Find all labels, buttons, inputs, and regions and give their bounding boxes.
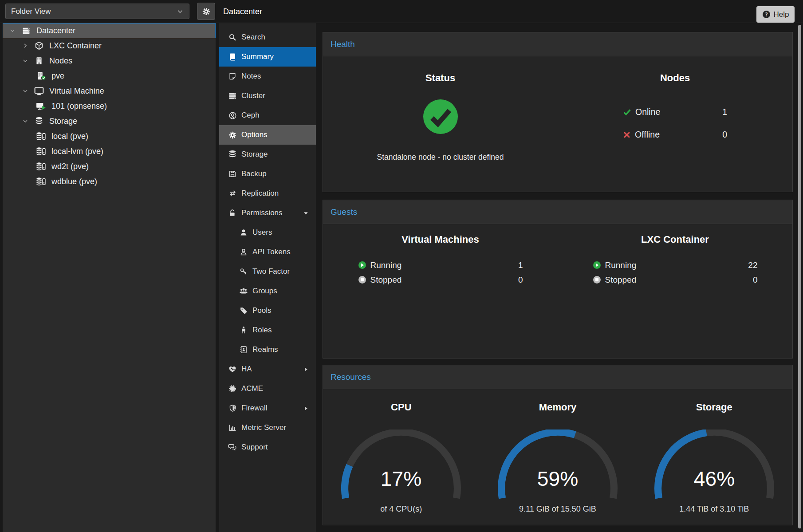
menu-item-label: Metric Server xyxy=(241,423,286,432)
menu-item-users[interactable]: Users xyxy=(219,223,316,242)
tag-icon xyxy=(238,307,249,315)
tree-item-virtual-machine[interactable]: Virtual Machine xyxy=(3,83,216,99)
vertical-scrollbar-thumb[interactable] xyxy=(798,25,801,528)
view-selector-combo[interactable]: Folder View xyxy=(5,4,189,19)
status-label: Running xyxy=(605,260,637,270)
menu-item-summary[interactable]: Summary xyxy=(219,47,316,67)
tree-item-wdblue-pve[interactable]: wdblue (pve) xyxy=(3,174,216,189)
status-ok-icon xyxy=(422,99,459,135)
top-bar: Folder View Datacenter ? Help xyxy=(0,0,803,23)
help-button[interactable]: ? Help xyxy=(756,6,795,23)
tree-item-local-lvm-pve[interactable]: local-lvm (pve) xyxy=(3,144,216,159)
menu-item-label: Roles xyxy=(252,326,272,335)
menu-item-label: Backup xyxy=(241,169,267,178)
nodes-heading: Nodes xyxy=(660,72,690,84)
heartbeat-icon xyxy=(227,365,238,373)
tree-item-local-pve[interactable]: local (pve) xyxy=(3,129,216,144)
panel-splitter[interactable] xyxy=(216,23,219,532)
caret-down-icon xyxy=(303,210,309,216)
storage-entry-icon xyxy=(34,162,48,171)
stopped-icon xyxy=(593,276,601,284)
menu-item-support[interactable]: Support xyxy=(219,437,316,457)
menu-item-label: Cluster xyxy=(241,91,265,100)
tree-item-label: Virtual Machine xyxy=(49,87,104,96)
menu-item-api-tokens[interactable]: API Tokens xyxy=(219,242,316,262)
menu-item-ceph[interactable]: Ceph xyxy=(219,106,316,125)
menu-item-groups[interactable]: Groups xyxy=(219,281,316,301)
guests-column-virtual-machines: Virtual MachinesRunning1Stopped0 xyxy=(323,224,558,287)
tree-settings-button[interactable] xyxy=(197,3,215,20)
vm-running-icon xyxy=(34,102,48,110)
svg-text:17%: 17% xyxy=(381,467,421,490)
help-icon: ? xyxy=(762,10,771,19)
menu-item-label: Realms xyxy=(252,345,278,354)
menu-item-cluster[interactable]: Cluster xyxy=(219,86,316,106)
gauge-arc: 59% xyxy=(491,430,624,511)
menu-item-label: Users xyxy=(252,228,272,237)
tree-item-pve[interactable]: pve xyxy=(3,68,216,83)
guest-status-row-running: Running1 xyxy=(358,258,523,272)
menu-item-metric-server[interactable]: Metric Server xyxy=(219,418,316,437)
check-icon xyxy=(623,108,631,116)
tree-item-storage[interactable]: Storage xyxy=(3,114,216,129)
status-label: Running xyxy=(370,260,402,270)
tree-item-datacenter[interactable]: Datacenter xyxy=(3,23,216,38)
gauge-caption: 9.11 GiB of 15.50 GiB xyxy=(519,504,596,514)
tree-item-lxc-container[interactable]: LXC Container xyxy=(3,38,216,53)
guests-column-lxc-container: LXC ContainerRunning22Stopped0 xyxy=(558,224,792,287)
tree-item-wd2t-pve[interactable]: wd2t (pve) xyxy=(3,159,216,174)
menu-item-roles[interactable]: Roles xyxy=(219,320,316,340)
tree-item-nodes[interactable]: Nodes xyxy=(3,53,216,68)
gauge-arc: 17% xyxy=(335,430,468,511)
user-outline-icon xyxy=(238,248,249,256)
menu-item-notes[interactable]: Notes xyxy=(219,67,316,86)
menu-item-search[interactable]: Search xyxy=(219,28,316,47)
menu-item-permissions[interactable]: Permissions xyxy=(219,203,316,223)
gauge-caption: of 4 CPU(s) xyxy=(380,504,422,514)
menu-item-label: Two Factor xyxy=(252,267,290,276)
status-count: 0 xyxy=(518,275,523,285)
menu-item-ha[interactable]: HA xyxy=(219,359,316,379)
comments-icon xyxy=(227,443,238,451)
tree-item-101-opnsense[interactable]: 101 (opnsense) xyxy=(3,99,216,114)
menu-item-storage[interactable]: Storage xyxy=(219,145,316,164)
gear-icon xyxy=(227,131,238,139)
status-count: 0 xyxy=(753,275,758,285)
database-icon xyxy=(32,117,46,126)
cube-icon xyxy=(32,41,46,50)
status-label: Online xyxy=(635,107,660,117)
status-count: 1 xyxy=(518,260,523,270)
menu-item-label: Support xyxy=(241,443,268,452)
status-count: 22 xyxy=(748,260,757,270)
menu-item-pools[interactable]: Pools xyxy=(219,301,316,320)
ceph-icon xyxy=(227,111,238,120)
menu-item-backup[interactable]: Backup xyxy=(219,164,316,184)
chevron-down-icon xyxy=(8,28,19,34)
book-icon xyxy=(227,53,238,61)
svg-text:?: ? xyxy=(765,12,768,18)
unlock-icon xyxy=(227,209,238,217)
guests-column-heading: Virtual Machines xyxy=(402,234,479,245)
chevron-right-icon xyxy=(21,43,32,49)
status-label: Offline xyxy=(635,130,660,140)
building-icon xyxy=(32,56,46,65)
menu-item-label: API Tokens xyxy=(252,248,291,256)
key-icon xyxy=(238,268,249,276)
menu-item-label: Pools xyxy=(252,306,272,315)
status-heading: Status xyxy=(425,72,455,84)
menu-item-firewall[interactable]: Firewall xyxy=(219,398,316,418)
node-status-row-online: Online1 xyxy=(623,101,727,123)
caret-right-icon xyxy=(303,366,309,372)
menu-item-replication[interactable]: Replication xyxy=(219,184,316,203)
menu-item-realms[interactable]: Realms xyxy=(219,340,316,359)
svg-text:46%: 46% xyxy=(693,467,734,490)
person-icon xyxy=(238,326,249,334)
menu-item-options[interactable]: Options xyxy=(219,125,316,145)
menu-item-two-factor[interactable]: Two Factor xyxy=(219,262,316,281)
user-icon xyxy=(238,229,249,236)
resource-tree: DatacenterLXC ContainerNodespveVirtual M… xyxy=(3,23,216,532)
gauge-title: CPU xyxy=(391,402,411,413)
tree-item-label: pve xyxy=(51,71,64,81)
menu-item-acme[interactable]: ACME xyxy=(219,379,316,398)
guest-status-row-stopped: Stopped0 xyxy=(358,272,523,287)
